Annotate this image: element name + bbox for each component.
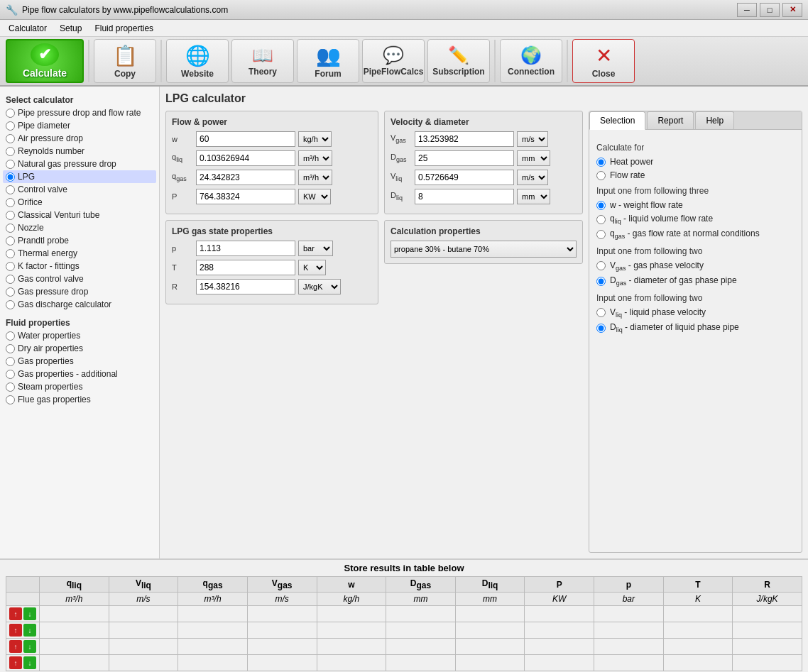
R-row: R J/kgKkJ/kgK (172, 279, 372, 294)
sidebar-label-control-valve: Control valve (18, 184, 67, 194)
D-gas-unit-select[interactable]: mmcmminch (517, 150, 550, 166)
copy-button[interactable]: 📋 Copy (94, 39, 156, 83)
D-gas-input[interactable] (415, 150, 514, 166)
sidebar-item-reynolds[interactable]: Reynolds number (3, 145, 156, 158)
row-up-button[interactable]: ↑ (9, 624, 22, 637)
calc-for-title: Calculate for (596, 143, 795, 153)
sidebar-item-thermal-energy[interactable]: Thermal energy (3, 247, 156, 260)
table-cell (525, 655, 594, 671)
website-label: Website (181, 69, 214, 79)
sidebar-item-gas-discharge[interactable]: Gas discharge calculator (3, 298, 156, 311)
w-unit-select[interactable]: kg/hkg/slb/h (298, 131, 332, 147)
table-cell (109, 622, 178, 639)
sidebar-item-lpg[interactable]: LPG (3, 170, 156, 183)
sidebar-item-k-factor[interactable]: K factor - fittings (3, 260, 156, 272)
P-unit-select[interactable]: KWMWW (298, 189, 331, 204)
d-gas-option[interactable]: Dgas - diameter of gas phase pipe (596, 275, 795, 287)
tab-report[interactable]: Report (647, 111, 694, 129)
sidebar-item-orifice[interactable]: Orifice (3, 196, 156, 209)
sidebar-label-reynolds: Reynolds number (18, 146, 84, 156)
row-down-button[interactable]: ↓ (23, 656, 36, 669)
unit-d-liq: mm (455, 593, 525, 606)
calc-props-dropdown[interactable]: propane 30% - butane 70% propane 100% bu… (391, 241, 577, 258)
d-liq-option[interactable]: Dliq - diameter of liquid phase pipe (596, 322, 795, 334)
selection-content: Calculate for Heat power Flow rate Input… (589, 130, 802, 552)
sidebar-item-natural-gas[interactable]: Natural gas pressure drop (3, 158, 156, 170)
table-cell (663, 606, 733, 622)
website-button[interactable]: 🌐 Website (166, 39, 229, 83)
q-liq-input[interactable] (196, 150, 295, 166)
sidebar-item-gas-props[interactable]: Gas properties (3, 355, 156, 368)
unit-T: K (663, 593, 733, 606)
theory-button[interactable]: 📖 Theory (231, 39, 294, 83)
row-up-button[interactable]: ↑ (9, 607, 22, 620)
sidebar-item-gas-pressure-drop[interactable]: Gas pressure drop (3, 285, 156, 298)
connection-button[interactable]: 🌍 Connection (500, 39, 562, 83)
tab-selection[interactable]: Selection (589, 111, 645, 130)
flow-rate-option[interactable]: Flow rate (596, 170, 795, 180)
sidebar-item-control-valve[interactable]: Control valve (3, 183, 156, 196)
sidebar-item-water-props[interactable]: Water properties (3, 329, 156, 342)
sidebar-item-gas-control-valve[interactable]: Gas control valve (3, 272, 156, 285)
w-weight-option[interactable]: w - weight flow rate (596, 200, 795, 210)
menu-setup[interactable]: Setup (54, 22, 87, 35)
p-label: p (172, 244, 193, 253)
row-up-button[interactable]: ↑ (9, 640, 22, 653)
R-unit-select[interactable]: J/kgKkJ/kgK (298, 279, 341, 294)
forum-button[interactable]: 👥 Forum (297, 39, 359, 83)
row-up-button[interactable]: ↑ (9, 656, 22, 669)
unit-P: KW (525, 593, 594, 606)
T-unit-select[interactable]: K°C°F (298, 260, 326, 275)
sidebar-item-pipe-diameter[interactable]: Pipe diameter (3, 119, 156, 132)
v-gas-input[interactable] (415, 131, 514, 147)
sidebar-item-dry-air-props[interactable]: Dry air properties (3, 342, 156, 355)
sidebar-item-nozzle[interactable]: Nozzle (3, 221, 156, 234)
q-gas-option[interactable]: qgas - gas flow rate at normal condition… (596, 228, 795, 240)
toolbar-close-button[interactable]: ✕ Close (572, 39, 635, 83)
sidebar: Select calculator Pipe pressure drop and… (0, 87, 160, 558)
unit-q-gas: m³/h (178, 593, 248, 606)
q-gas-unit-select[interactable]: m³/hm³/sL/s (298, 170, 332, 185)
R-input[interactable] (196, 279, 295, 294)
D-liq-unit-select[interactable]: mmcmminch (517, 189, 550, 204)
v-liq-input[interactable] (415, 170, 514, 185)
sidebar-item-steam-props[interactable]: Steam properties (3, 380, 156, 393)
tab-help[interactable]: Help (695, 111, 734, 129)
sidebar-item-classical-venturi[interactable]: Classical Venturi tube (3, 209, 156, 221)
p-input[interactable] (196, 241, 295, 256)
P-input[interactable] (196, 189, 295, 204)
row-down-button[interactable]: ↓ (23, 640, 36, 653)
T-input[interactable] (196, 260, 295, 275)
sidebar-label-water-props: Water properties (18, 331, 80, 341)
subscription-button[interactable]: ✏️ Subscription (427, 39, 490, 83)
sidebar-item-pipe-pressure[interactable]: Pipe pressure drop and flow rate (3, 106, 156, 119)
v-liq-unit-select[interactable]: m/sft/s (517, 170, 548, 185)
q-liq-option[interactable]: qliq - liquid volume flow rate (596, 214, 795, 225)
v-gas-option-label: Vgas - gas phase velocity (610, 260, 704, 272)
v-liq-option[interactable]: Vliq - liquid phase velocity (596, 307, 795, 319)
window-close-button[interactable]: ✕ (782, 3, 802, 17)
sidebar-item-flue-gas-props[interactable]: Flue gas properties (3, 393, 156, 406)
sidebar-item-air-pressure[interactable]: Air pressure drop (3, 132, 156, 145)
table-cell (40, 639, 109, 655)
D-liq-input[interactable] (415, 189, 514, 204)
heat-power-option[interactable]: Heat power (596, 157, 795, 167)
q-gas-input[interactable] (196, 170, 295, 185)
v-gas-unit-select[interactable]: m/sft/s (517, 131, 548, 147)
v-gas-row: Vgas m/sft/s (391, 131, 577, 147)
row-down-button[interactable]: ↓ (23, 624, 36, 637)
p-unit-select[interactable]: barPakPaMPapsi (298, 241, 333, 256)
menu-fluid-properties[interactable]: Fluid properties (89, 22, 159, 35)
maximize-button[interactable]: □ (760, 3, 780, 17)
calculate-button[interactable]: ✔ Calculate (6, 39, 84, 83)
q-liq-unit-select[interactable]: m³/hm³/sL/s (298, 150, 332, 166)
w-input[interactable] (196, 131, 295, 147)
pipeflowcalcs-button[interactable]: 💬 PipeFlowCalcs (362, 39, 425, 83)
col-R: R (733, 577, 802, 593)
row-down-button[interactable]: ↓ (23, 607, 36, 620)
sidebar-item-gas-props-add[interactable]: Gas properties - additional (3, 368, 156, 380)
v-gas-option[interactable]: Vgas - gas phase velocity (596, 260, 795, 272)
menu-calculator[interactable]: Calculator (3, 22, 53, 35)
minimize-button[interactable]: ─ (737, 3, 757, 17)
sidebar-item-prandtl[interactable]: Prandtl probe (3, 234, 156, 247)
